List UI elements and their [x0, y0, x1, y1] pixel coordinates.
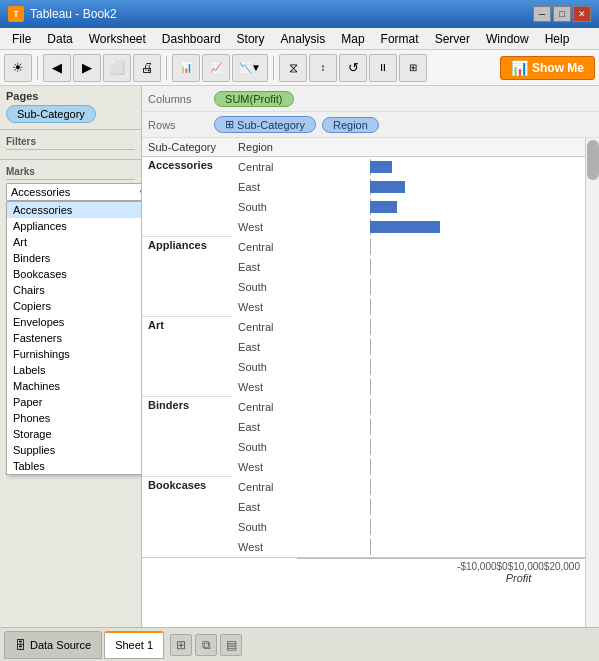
dropdown-item-phones[interactable]: Phones [7, 410, 142, 426]
dropdown-item-copiers[interactable]: Copiers [7, 298, 142, 314]
bar-accessories-west [297, 217, 585, 237]
dropdown-trigger[interactable]: Accessories ▼ [6, 183, 142, 201]
bar-appliances-west [297, 297, 585, 317]
marks-label: Marks [6, 166, 135, 180]
maximize-button[interactable]: □ [553, 6, 571, 22]
region-east: East [232, 417, 297, 437]
menu-file[interactable]: File [4, 28, 39, 49]
menu-help[interactable]: Help [537, 28, 578, 49]
dropdown-item-bookcases[interactable]: Bookcases [7, 266, 142, 282]
add-dashboard-button[interactable]: ⧉ [195, 634, 217, 656]
dropdown-item-appliances[interactable]: Appliances [7, 218, 142, 234]
menu-data[interactable]: Data [39, 28, 80, 49]
bar-chart-icon: 📊 [511, 60, 528, 76]
layout-button[interactable]: ⊞ [399, 54, 427, 82]
category-art: Art [142, 317, 232, 397]
dropdown-item-envelopes[interactable]: Envelopes [7, 314, 142, 330]
region-east: East [232, 337, 297, 357]
show-me-button[interactable]: 📊 Show Me [500, 56, 595, 80]
columns-shelf: Columns SUM(Profit) [142, 86, 599, 112]
menu-map[interactable]: Map [333, 28, 372, 49]
columns-pill[interactable]: SUM(Profit) [214, 91, 293, 107]
bar-binders-central [297, 397, 585, 417]
dropdown-item-binders[interactable]: Binders [7, 250, 142, 266]
dropdown-menu[interactable]: Accessories Appliances Art Binders Bookc… [6, 201, 142, 475]
window-title: Tableau - Book2 [30, 7, 117, 21]
dropdown-item-machines[interactable]: Machines [7, 378, 142, 394]
pages-label: Pages [6, 90, 135, 102]
menu-format[interactable]: Format [373, 28, 427, 49]
menu-server[interactable]: Server [427, 28, 478, 49]
data-source-label: Data Source [30, 639, 91, 651]
add-story-button[interactable]: ▤ [220, 634, 242, 656]
pause-button[interactable]: ⏸ [369, 54, 397, 82]
menu-dashboard[interactable]: Dashboard [154, 28, 229, 49]
dropdown-item-supplies[interactable]: Supplies [7, 442, 142, 458]
dropdown-item-paper[interactable]: Paper [7, 394, 142, 410]
show-me-label: Show Me [532, 61, 584, 75]
region-central: Central [232, 317, 297, 337]
rows-pill-1-text: Sub-Category [237, 119, 305, 131]
menu-bar: File Data Worksheet Dashboard Story Anal… [0, 28, 599, 50]
dropdown-container[interactable]: Accessories ▼ Accessories Appliances Art… [6, 183, 135, 201]
sheet-1-tab[interactable]: Sheet 1 [104, 631, 164, 659]
rows-pill-1[interactable]: ⊞ Sub-Category [214, 116, 316, 133]
filter-button[interactable]: ⧖ [279, 54, 307, 82]
dropdown-item-accessories[interactable]: Accessories [7, 202, 142, 218]
refresh-button[interactable]: ↺ [339, 54, 367, 82]
dropdown-item-art[interactable]: Art [7, 234, 142, 250]
region-west: West [232, 377, 297, 397]
region-west: West [232, 537, 297, 557]
dropdown-item-furnishings[interactable]: Furnishings [7, 346, 142, 362]
bar-bookcases-central [297, 477, 585, 497]
chart2-button[interactable]: 📈 [202, 54, 230, 82]
dropdown-item-tables[interactable]: Tables [7, 458, 142, 474]
toolbar-sep-1 [37, 56, 38, 80]
region-west: West [232, 217, 297, 237]
chart-table: Sub-Category Region Accessories Central [142, 138, 585, 557]
home-button[interactable]: ⬜ [103, 54, 131, 82]
bar-art-east [297, 337, 585, 357]
region-central: Central [232, 477, 297, 497]
forward-button[interactable]: ▶ [73, 54, 101, 82]
back-button[interactable]: ◀ [43, 54, 71, 82]
region-south: South [232, 197, 297, 217]
window-controls[interactable]: ─ □ ✕ [533, 6, 591, 22]
region-central: Central [232, 237, 297, 257]
bar-appliances-east [297, 257, 585, 277]
toolbar-sep-3 [273, 56, 274, 80]
chart-scroll[interactable]: Sub-Category Region Accessories Central [142, 138, 585, 627]
minimize-button[interactable]: ─ [533, 6, 551, 22]
pages-pill[interactable]: Sub-Category [6, 105, 96, 123]
filters-label: Filters [6, 136, 135, 150]
add-worksheet-button[interactable]: ⊞ [170, 634, 192, 656]
menu-window[interactable]: Window [478, 28, 537, 49]
bar-bookcases-west [297, 537, 585, 557]
columns-label: Columns [148, 93, 208, 105]
menu-analysis[interactable]: Analysis [273, 28, 334, 49]
dropdown-item-chairs[interactable]: Chairs [7, 282, 142, 298]
close-button[interactable]: ✕ [573, 6, 591, 22]
dropdown-item-fasteners[interactable]: Fasteners [7, 330, 142, 346]
bottom-bar: 🗄 Data Source Sheet 1 ⊞ ⧉ ▤ [0, 627, 599, 661]
bar-art-central [297, 317, 585, 337]
axis-label: Profit [452, 572, 585, 584]
region-south: South [232, 277, 297, 297]
rows-pill-2[interactable]: Region [322, 117, 379, 133]
chart-scrollbar[interactable] [585, 138, 599, 627]
bar-accessories-central [297, 157, 585, 177]
sort-button[interactable]: ↕ [309, 54, 337, 82]
pages-section: Pages Sub-Category [0, 86, 141, 127]
dropdown-item-storage[interactable]: Storage [7, 426, 142, 442]
new-button[interactable]: ☀ [4, 54, 32, 82]
print-button[interactable]: 🖨 [133, 54, 161, 82]
chart3-button[interactable]: 📉▼ [232, 54, 268, 82]
menu-story[interactable]: Story [229, 28, 273, 49]
bar-chart-button[interactable]: 📊 [172, 54, 200, 82]
data-source-tab[interactable]: 🗄 Data Source [4, 631, 102, 659]
dropdown-item-labels[interactable]: Labels [7, 362, 142, 378]
menu-worksheet[interactable]: Worksheet [81, 28, 154, 49]
scrollbar-thumb[interactable] [587, 140, 599, 180]
header-region: Region [232, 138, 297, 157]
region-east: East [232, 177, 297, 197]
